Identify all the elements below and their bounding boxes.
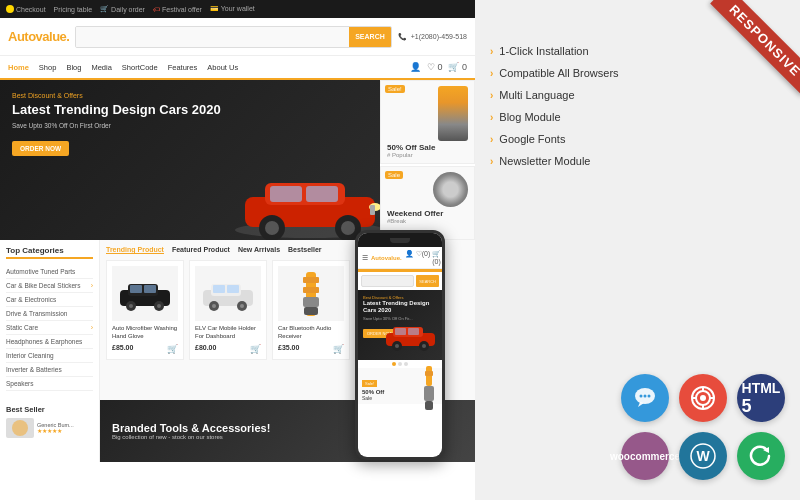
svg-rect-21	[213, 285, 225, 293]
svg-rect-4	[306, 186, 338, 202]
branded-sub: Big collection of new - stock on our sto…	[112, 434, 270, 440]
best-seller-section: Best Seller Generic Bum... ★★★★★	[0, 400, 100, 462]
phone-hero-title: Latest Trending Design Cars 2020	[363, 300, 437, 314]
chat-icon-circle	[621, 374, 669, 422]
sidebar-item[interactable]: Static Care ›	[6, 321, 93, 335]
product-image-3	[278, 266, 344, 321]
tab-bestseller[interactable]: Bestseller	[288, 246, 321, 254]
sidebar-item[interactable]: Automotive Tuned Parts	[6, 265, 93, 279]
svg-rect-29	[303, 287, 319, 293]
hero-subtitle: Save Upto 30% Off On First Order	[12, 122, 368, 129]
phone-header-icons: 👤 ♡(0) 🛒(0)	[405, 250, 442, 265]
sidebar-item[interactable]: Car & Electronics	[6, 293, 93, 307]
add-to-cart-icon-1[interactable]: 🛒	[167, 344, 178, 354]
product-image-1	[112, 266, 178, 321]
phone-sale-badge: Sale!	[362, 380, 377, 387]
phone-heart-icon: ♡(0)	[416, 250, 431, 265]
svg-rect-57	[425, 371, 433, 376]
phone-car-image	[383, 321, 438, 355]
best-seller-title: Best Seller	[6, 405, 93, 414]
topbar-checkout: Checkout	[6, 5, 46, 13]
sidebar-item[interactable]: Interior Cleaning	[6, 349, 93, 363]
sidebar-item[interactable]: Inverter & Batteries	[6, 363, 93, 377]
phone-topbar	[358, 233, 442, 247]
nav-about[interactable]: About Us	[207, 63, 238, 72]
svg-point-16	[129, 304, 133, 308]
phone-number: +1(2080)-459-518	[411, 33, 467, 40]
cart-icon[interactable]: 🛒 0	[448, 62, 467, 72]
nav-media[interactable]: Media	[91, 63, 111, 72]
topbar-icon	[6, 5, 14, 13]
svg-rect-13	[130, 285, 142, 293]
product-name-3: Car Bluetooth Audio Receiver	[278, 325, 344, 341]
sidebar-item[interactable]: Headphones & Earphones	[6, 335, 93, 349]
svg-rect-31	[304, 307, 318, 315]
feature-label-4: Blog Module	[499, 111, 560, 123]
shock-absorber-image	[438, 86, 468, 141]
tab-trending[interactable]: Trending Product	[106, 246, 164, 254]
feature-label-2: Compatible All Browsers	[499, 67, 618, 79]
side-card-1: Sale! 50% Off Sale # Popular	[380, 80, 475, 164]
svg-point-18	[157, 304, 161, 308]
chevron-right-icon: ›	[490, 90, 493, 101]
svg-point-26	[240, 304, 244, 308]
tab-featured[interactable]: Featured Product	[172, 246, 230, 254]
product-card: Car Bluetooth Audio Receiver £35.00 🛒	[272, 260, 350, 360]
svg-rect-30	[303, 297, 319, 307]
site-logo: Autovalue.	[8, 29, 69, 44]
user-icon[interactable]: 👤	[410, 62, 421, 72]
topbar-offer: 🏷 Festival offer	[153, 6, 202, 13]
tab-new-arrivals[interactable]: New Arrivals	[238, 246, 280, 254]
sidebar-title: Top Categories	[6, 246, 93, 259]
sale-badge-2: Sale	[385, 171, 403, 179]
side-card-1-title: 50% Off Sale	[387, 143, 468, 152]
svg-rect-28	[303, 277, 319, 283]
side-card-1-sub: # Popular	[387, 152, 468, 158]
svg-rect-14	[144, 285, 156, 293]
search-bar[interactable]: SEARCH	[75, 26, 391, 48]
search-button[interactable]: SEARCH	[349, 27, 391, 47]
phone-menu-icon: ☰	[362, 254, 368, 262]
sidebar-item[interactable]: Speakers	[6, 377, 93, 391]
phone-search-area: SEARCH	[358, 272, 442, 290]
nav-bar: Home Shop Blog Media ShortCode Features …	[0, 56, 475, 80]
sidebar-item[interactable]: Drive & Transmission	[6, 307, 93, 321]
svg-rect-3	[270, 186, 302, 202]
nav-shortcode[interactable]: ShortCode	[122, 63, 158, 72]
phone-logo: Autovalue.	[371, 255, 402, 261]
side-card-2-sub: #Break	[387, 218, 468, 224]
nav-blog[interactable]: Blog	[66, 63, 81, 72]
svg-point-53	[395, 344, 399, 348]
add-to-cart-icon-2[interactable]: 🛒	[250, 344, 261, 354]
sidebar-item[interactable]: Car & Bike Decal Stickers ›	[6, 279, 93, 293]
chevron-right-icon: ›	[490, 46, 493, 57]
branded-title: Branded Tools & Accessories!	[112, 422, 270, 434]
svg-rect-10	[370, 205, 375, 215]
feature-item-6: › Newsletter Module	[490, 150, 780, 172]
svg-point-32	[12, 420, 28, 436]
woo-label: woocommerce	[610, 451, 680, 462]
wishlist-icon[interactable]: ♡ 0	[427, 62, 443, 72]
chevron-right-icon: ›	[490, 112, 493, 123]
nav-shop[interactable]: Shop	[39, 63, 57, 72]
nav-home[interactable]: Home	[8, 63, 29, 72]
dot-3	[404, 362, 408, 366]
add-to-cart-icon-3[interactable]: 🛒	[333, 344, 344, 354]
topbar-wallet: 💳 Your wallet	[210, 5, 255, 13]
feature-item-5: › Google Fonts	[490, 128, 780, 150]
search-input[interactable]	[76, 27, 349, 47]
hero-order-btn[interactable]: ORDER NOW	[12, 141, 69, 156]
nav-features[interactable]: Features	[168, 63, 198, 72]
phone-screen: ☰ Autovalue. 👤 ♡(0) 🛒(0) SEARCH Best Dis…	[358, 233, 442, 457]
tech-icons-grid: HTML5 woocommerce W	[621, 374, 785, 480]
svg-point-6	[265, 221, 279, 235]
phone-search-button[interactable]: SEARCH	[416, 275, 439, 287]
target-icon-circle	[679, 374, 727, 422]
topbar-pricing: Pricing table	[54, 6, 93, 13]
svg-rect-50	[395, 328, 406, 335]
feature-label-5: Google Fonts	[499, 133, 565, 145]
svg-point-8	[341, 221, 355, 235]
chevron-right-icon: ›	[490, 156, 493, 167]
nav-icons: 👤 ♡ 0 🛒 0	[410, 62, 467, 72]
phone-search-input[interactable]	[361, 275, 414, 287]
